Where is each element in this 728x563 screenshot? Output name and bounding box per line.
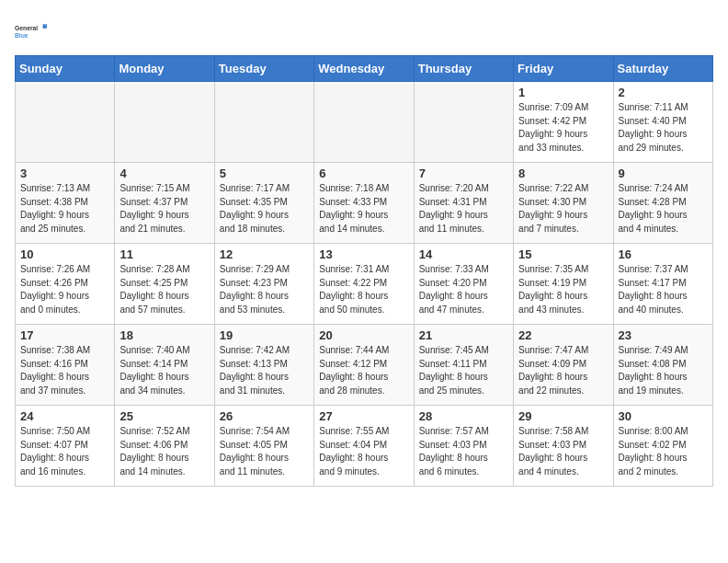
calendar-cell: 16Sunrise: 7:37 AM Sunset: 4:17 PM Dayli… [613, 244, 712, 325]
calendar-cell: 18Sunrise: 7:40 AM Sunset: 4:14 PM Dayli… [115, 325, 214, 406]
calendar-cell: 22Sunrise: 7:47 AM Sunset: 4:09 PM Dayli… [514, 325, 613, 406]
day-number: 3 [20, 167, 109, 180]
calendar-week-row: 10Sunrise: 7:26 AM Sunset: 4:26 PM Dayli… [16, 244, 713, 325]
day-info: Sunrise: 7:09 AM Sunset: 4:42 PM Dayligh… [518, 101, 608, 155]
day-info: Sunrise: 7:29 AM Sunset: 4:23 PM Dayligh… [220, 263, 309, 316]
svg-text:Blue: Blue [15, 32, 28, 39]
weekday-header-tuesday: Tuesday [214, 56, 313, 82]
day-info: Sunrise: 7:20 AM Sunset: 4:31 PM Dayligh… [419, 182, 508, 236]
day-info: Sunrise: 7:38 AM Sunset: 4:16 PM Dayligh… [20, 344, 109, 397]
calendar-cell: 10Sunrise: 7:26 AM Sunset: 4:26 PM Dayli… [16, 244, 115, 325]
day-number: 28 [419, 409, 508, 423]
day-info: Sunrise: 7:17 AM Sunset: 4:35 PM Dayligh… [220, 182, 309, 236]
calendar-cell [314, 82, 414, 163]
day-info: Sunrise: 7:24 AM Sunset: 4:28 PM Dayligh… [619, 182, 708, 236]
day-number: 21 [419, 328, 508, 342]
day-number: 23 [619, 328, 708, 342]
calendar-cell: 21Sunrise: 7:45 AM Sunset: 4:11 PM Dayli… [414, 325, 513, 406]
day-info: Sunrise: 7:45 AM Sunset: 4:11 PM Dayligh… [419, 344, 508, 397]
day-info: Sunrise: 7:54 AM Sunset: 4:05 PM Dayligh… [220, 425, 309, 478]
calendar-cell: 19Sunrise: 7:42 AM Sunset: 4:13 PM Dayli… [214, 325, 313, 406]
day-number: 6 [319, 167, 408, 180]
day-info: Sunrise: 7:42 AM Sunset: 4:13 PM Dayligh… [220, 344, 309, 397]
day-number: 8 [518, 167, 608, 180]
calendar-cell: 1Sunrise: 7:09 AM Sunset: 4:42 PM Daylig… [514, 82, 613, 163]
day-number: 11 [119, 247, 209, 261]
weekday-header-sunday: Sunday [16, 56, 115, 82]
calendar-cell: 27Sunrise: 7:55 AM Sunset: 4:04 PM Dayli… [314, 406, 414, 487]
calendar-cell [414, 82, 513, 163]
logo-icon: GeneralBlue [15, 15, 48, 48]
calendar-week-row: 3Sunrise: 7:13 AM Sunset: 4:38 PM Daylig… [16, 163, 713, 244]
day-number: 18 [119, 328, 209, 342]
calendar-cell: 20Sunrise: 7:44 AM Sunset: 4:12 PM Dayli… [314, 325, 414, 406]
day-number: 20 [319, 328, 408, 342]
calendar-table: SundayMondayTuesdayWednesdayThursdayFrid… [15, 55, 713, 487]
day-number: 4 [119, 167, 209, 180]
calendar-cell: 26Sunrise: 7:54 AM Sunset: 4:05 PM Dayli… [214, 406, 313, 487]
day-info: Sunrise: 7:35 AM Sunset: 4:19 PM Dayligh… [518, 263, 608, 316]
calendar-cell: 24Sunrise: 7:50 AM Sunset: 4:07 PM Dayli… [16, 406, 115, 487]
day-info: Sunrise: 7:58 AM Sunset: 4:03 PM Dayligh… [518, 425, 608, 478]
calendar-cell: 14Sunrise: 7:33 AM Sunset: 4:20 PM Dayli… [414, 244, 513, 325]
weekday-header-row: SundayMondayTuesdayWednesdayThursdayFrid… [16, 56, 713, 82]
day-number: 27 [319, 409, 408, 423]
day-info: Sunrise: 7:11 AM Sunset: 4:40 PM Dayligh… [619, 101, 708, 155]
day-info: Sunrise: 7:28 AM Sunset: 4:25 PM Dayligh… [119, 263, 209, 316]
day-number: 15 [518, 247, 608, 261]
day-number: 1 [518, 86, 608, 99]
day-info: Sunrise: 7:50 AM Sunset: 4:07 PM Dayligh… [20, 425, 109, 478]
day-info: Sunrise: 7:26 AM Sunset: 4:26 PM Dayligh… [20, 263, 109, 316]
day-info: Sunrise: 7:15 AM Sunset: 4:37 PM Dayligh… [119, 182, 209, 236]
weekday-header-saturday: Saturday [613, 56, 712, 82]
weekday-header-friday: Friday [514, 56, 613, 82]
day-number: 5 [220, 167, 309, 180]
day-info: Sunrise: 7:40 AM Sunset: 4:14 PM Dayligh… [119, 344, 209, 397]
calendar-cell: 7Sunrise: 7:20 AM Sunset: 4:31 PM Daylig… [414, 163, 513, 244]
day-info: Sunrise: 7:22 AM Sunset: 4:30 PM Dayligh… [518, 182, 608, 236]
day-number: 24 [20, 409, 109, 423]
day-number: 10 [20, 247, 109, 261]
logo: GeneralBlue [15, 15, 48, 48]
day-number: 13 [319, 247, 408, 261]
day-info: Sunrise: 8:00 AM Sunset: 4:02 PM Dayligh… [619, 425, 708, 478]
calendar-cell: 8Sunrise: 7:22 AM Sunset: 4:30 PM Daylig… [514, 163, 613, 244]
day-number: 12 [220, 247, 309, 261]
day-number: 9 [619, 167, 708, 180]
day-number: 19 [220, 328, 309, 342]
calendar-week-row: 24Sunrise: 7:50 AM Sunset: 4:07 PM Dayli… [16, 406, 713, 487]
weekday-header-thursday: Thursday [414, 56, 513, 82]
day-number: 29 [518, 409, 608, 423]
day-number: 7 [419, 167, 508, 180]
day-info: Sunrise: 7:31 AM Sunset: 4:22 PM Dayligh… [319, 263, 408, 316]
calendar-cell: 2Sunrise: 7:11 AM Sunset: 4:40 PM Daylig… [613, 82, 712, 163]
calendar-cell [214, 82, 313, 163]
day-info: Sunrise: 7:44 AM Sunset: 4:12 PM Dayligh… [319, 344, 408, 397]
svg-text:General: General [15, 25, 38, 31]
calendar-cell: 12Sunrise: 7:29 AM Sunset: 4:23 PM Dayli… [214, 244, 313, 325]
day-info: Sunrise: 7:37 AM Sunset: 4:17 PM Dayligh… [619, 263, 708, 316]
day-number: 22 [518, 328, 608, 342]
calendar-cell: 5Sunrise: 7:17 AM Sunset: 4:35 PM Daylig… [214, 163, 313, 244]
day-number: 17 [20, 328, 109, 342]
day-number: 25 [119, 409, 209, 423]
calendar-cell: 29Sunrise: 7:58 AM Sunset: 4:03 PM Dayli… [514, 406, 613, 487]
day-info: Sunrise: 7:33 AM Sunset: 4:20 PM Dayligh… [419, 263, 508, 316]
calendar-cell: 28Sunrise: 7:57 AM Sunset: 4:03 PM Dayli… [414, 406, 513, 487]
day-info: Sunrise: 7:55 AM Sunset: 4:04 PM Dayligh… [319, 425, 408, 478]
calendar-cell: 17Sunrise: 7:38 AM Sunset: 4:16 PM Dayli… [16, 325, 115, 406]
day-info: Sunrise: 7:47 AM Sunset: 4:09 PM Dayligh… [518, 344, 608, 397]
calendar-week-row: 1Sunrise: 7:09 AM Sunset: 4:42 PM Daylig… [16, 82, 713, 163]
day-number: 14 [419, 247, 508, 261]
day-info: Sunrise: 7:49 AM Sunset: 4:08 PM Dayligh… [619, 344, 708, 397]
calendar-cell: 13Sunrise: 7:31 AM Sunset: 4:22 PM Dayli… [314, 244, 414, 325]
day-info: Sunrise: 7:18 AM Sunset: 4:33 PM Dayligh… [319, 182, 408, 236]
day-number: 26 [220, 409, 309, 423]
day-number: 30 [619, 409, 708, 423]
calendar-cell: 25Sunrise: 7:52 AM Sunset: 4:06 PM Dayli… [115, 406, 214, 487]
calendar-week-row: 17Sunrise: 7:38 AM Sunset: 4:16 PM Dayli… [16, 325, 713, 406]
day-info: Sunrise: 7:57 AM Sunset: 4:03 PM Dayligh… [419, 425, 508, 478]
calendar-cell: 9Sunrise: 7:24 AM Sunset: 4:28 PM Daylig… [613, 163, 712, 244]
calendar-cell: 23Sunrise: 7:49 AM Sunset: 4:08 PM Dayli… [613, 325, 712, 406]
weekday-header-monday: Monday [115, 56, 214, 82]
